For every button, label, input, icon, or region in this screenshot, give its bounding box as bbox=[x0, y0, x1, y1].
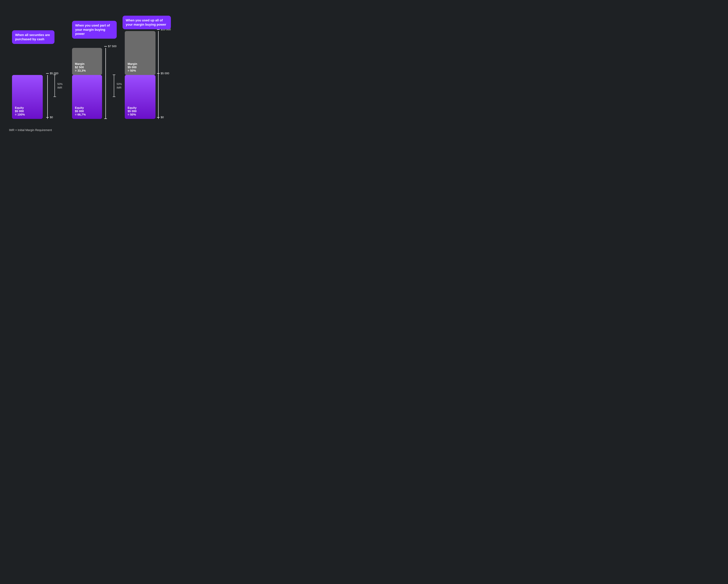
col1-bottom-cap bbox=[46, 117, 49, 118]
footer-note: IMR = Initial Margin Requirement bbox=[9, 128, 173, 132]
col2-top-cap bbox=[104, 46, 107, 47]
col1-tooltip-text: When all secunties are purchased by cash bbox=[15, 33, 50, 41]
imr1-bottom-cap bbox=[53, 97, 56, 97]
col2-top-label: $7 500 bbox=[108, 45, 116, 48]
col3-vline-bottom bbox=[158, 75, 159, 119]
col1-tooltip: When all secunties are purchased by cash bbox=[12, 30, 54, 44]
main-container: When all secunties are purchased by cash… bbox=[5, 10, 178, 136]
col3-bottom-tick: $0 bbox=[157, 116, 164, 119]
imr2-label: 50%IMR bbox=[117, 82, 122, 90]
col1-bottom-tick: $0 bbox=[46, 116, 53, 119]
col1-vline bbox=[47, 75, 48, 119]
imr1-label: 50%IMR bbox=[57, 82, 63, 90]
imr2-vline bbox=[114, 75, 114, 97]
col3-equity-percent: = 50% bbox=[128, 113, 153, 116]
imr2-top-cap bbox=[113, 75, 115, 75]
col3-vline-top bbox=[158, 31, 159, 75]
imr1-top-cap bbox=[53, 75, 56, 75]
col3-equity-bar: Equity $5 000 = 50% bbox=[125, 75, 156, 119]
col3-margin-percent: = 50% bbox=[128, 69, 153, 72]
col1-equity-bar: Equity $5 000 = 100% bbox=[12, 75, 43, 119]
col3-margin-value: $5 000 bbox=[128, 66, 153, 69]
col3-tooltip: When you used up all of your margin buyi… bbox=[123, 16, 171, 29]
col2-margin-label: Margin bbox=[75, 62, 99, 66]
col1-top-tick: $5 000 bbox=[46, 72, 58, 75]
col1-bottom-label: $0 bbox=[50, 116, 53, 119]
col2-equity-value: $5 000 bbox=[75, 109, 99, 113]
col3-bottom-label: $0 bbox=[161, 116, 164, 119]
col2-equity-percent: = 66,7% bbox=[75, 113, 99, 116]
col2-tooltip-text: When you used part of your margin buying… bbox=[75, 24, 110, 35]
col3-equity-label: Equity bbox=[128, 106, 153, 109]
col1-equity-value: $5 000 bbox=[15, 109, 40, 113]
imr2-bottom-cap bbox=[113, 97, 115, 97]
col2-margin-bar: Margin $2 500 = 33,3% bbox=[72, 48, 102, 75]
col2-tooltip: When you used part of your margin buying… bbox=[72, 21, 117, 39]
col2-margin-percent: = 33,3% bbox=[75, 69, 99, 72]
col2-equity-label: Equity bbox=[75, 106, 99, 109]
col3-margin-bar: Margin $5 000 = 50% bbox=[125, 31, 156, 75]
col1-equity-percent: = 100% bbox=[15, 113, 40, 116]
col3-bottom-cap bbox=[157, 117, 160, 118]
col3-mid-label: $5 000 bbox=[161, 72, 169, 75]
col1-top-cap bbox=[46, 73, 49, 74]
col3-tooltip-text: When you used up all of your margin buyi… bbox=[126, 19, 166, 26]
col2-vline bbox=[105, 48, 106, 119]
col3-equity-value: $5 000 bbox=[128, 109, 153, 113]
col1-equity-label: Equity bbox=[15, 106, 40, 109]
col3-mid-tick: $5 000 bbox=[157, 72, 169, 75]
col2-equity-bar: Equity $5 000 = 66,7% bbox=[72, 75, 102, 119]
imr1-vline bbox=[54, 75, 55, 97]
col2-margin-value: $2 500 bbox=[75, 66, 99, 69]
chart-scene: When all secunties are purchased by cash… bbox=[9, 16, 178, 127]
col2-top-tick: $7 500 bbox=[104, 45, 116, 48]
col3-margin-label: Margin bbox=[128, 62, 153, 66]
baseline bbox=[12, 119, 166, 119]
